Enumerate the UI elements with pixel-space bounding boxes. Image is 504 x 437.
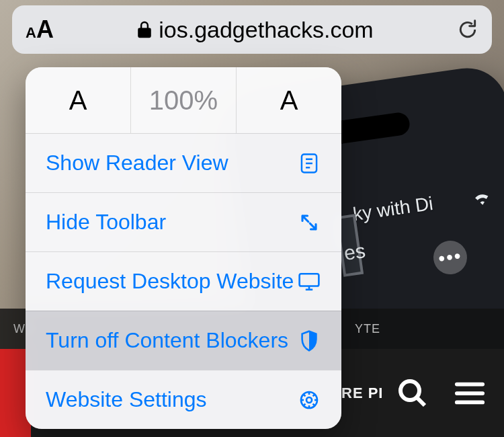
reload-icon[interactable] xyxy=(457,17,478,42)
svg-line-18 xyxy=(303,394,305,396)
svg-line-21 xyxy=(313,394,315,396)
menu-label: Turn off Content Blockers xyxy=(46,328,288,353)
hide-toolbar-item[interactable]: Hide Toolbar xyxy=(26,192,341,251)
request-desktop-website-item[interactable]: Request Desktop Website xyxy=(26,251,341,311)
search-icon[interactable] xyxy=(396,377,429,409)
url-display[interactable]: ios.gadgethacks.com xyxy=(54,17,457,43)
svg-line-20 xyxy=(303,403,305,405)
menu-label: Show Reader View xyxy=(46,151,228,175)
svg-point-13 xyxy=(306,397,312,403)
turn-off-content-blockers-item[interactable]: Turn off Content Blockers xyxy=(26,311,341,370)
menu-label: Website Settings xyxy=(46,387,207,412)
shield-icon xyxy=(297,330,321,352)
text-size-button[interactable]: AA xyxy=(26,15,54,44)
address-bar[interactable]: AA ios.gadgethacks.com xyxy=(12,5,492,54)
expand-arrows-icon xyxy=(297,212,321,233)
menu-label: Request Desktop Website xyxy=(46,269,294,294)
reader-icon xyxy=(297,153,321,174)
hamburger-menu-icon[interactable] xyxy=(454,380,485,407)
lock-icon xyxy=(137,20,152,39)
bottom-text: RE PI xyxy=(341,385,383,402)
band-text-right: YTE xyxy=(355,322,380,336)
bg-les-text: es xyxy=(343,239,367,265)
text-size-popover: A 100% A Show Reader View Hide Toolbar R… xyxy=(26,67,341,429)
website-settings-item[interactable]: Website Settings xyxy=(26,370,341,429)
desktop-icon xyxy=(297,272,321,292)
wifi-icon xyxy=(472,190,492,206)
svg-rect-9 xyxy=(300,274,319,286)
zoom-decrease-button[interactable]: A xyxy=(26,67,131,133)
menu-label: Hide Toolbar xyxy=(46,210,166,235)
svg-point-0 xyxy=(401,381,419,400)
show-reader-view-item[interactable]: Show Reader View xyxy=(26,133,341,192)
svg-line-1 xyxy=(417,397,425,405)
zoom-increase-button[interactable]: A xyxy=(237,67,341,133)
zoom-bar: A 100% A xyxy=(26,67,341,133)
svg-line-19 xyxy=(313,403,315,405)
url-text: ios.gadgethacks.com xyxy=(159,17,373,43)
gear-icon xyxy=(297,389,321,411)
zoom-level: 100% xyxy=(131,67,237,133)
